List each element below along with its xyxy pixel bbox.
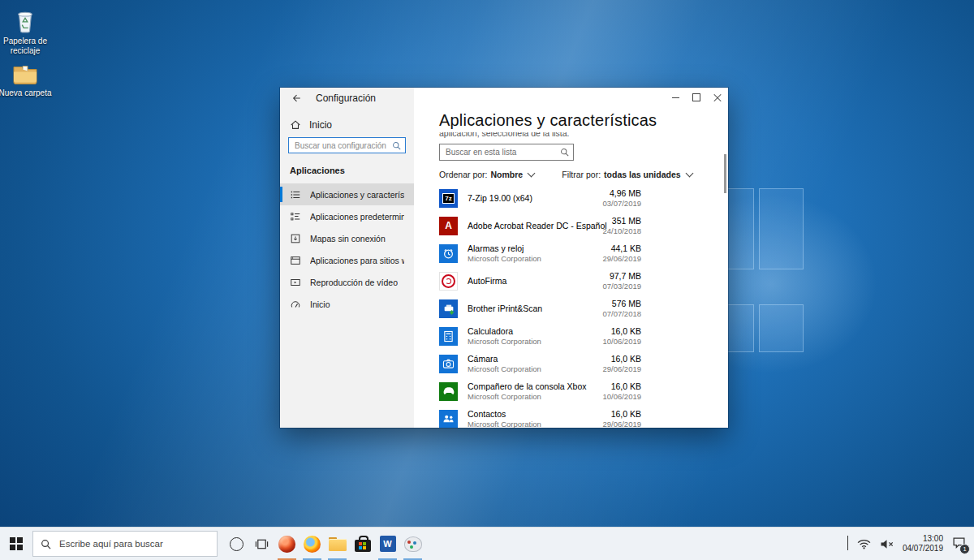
- sidebar-item-label: Aplicaciones predeterminadas: [310, 212, 404, 222]
- pinned-firefox-button[interactable]: [300, 528, 325, 560]
- task-view-icon: [255, 538, 269, 550]
- window-controls: [665, 88, 728, 107]
- scrollbar-thumb[interactable]: [724, 154, 726, 193]
- app-size: 351 MB: [602, 216, 641, 226]
- contacts-app-icon: [439, 410, 458, 429]
- app-name: Cámara: [468, 354, 541, 364]
- window-title: Configuración: [316, 93, 376, 104]
- app-row-calculator[interactable]: CalculadoraMicrosoft Corporation 16,0 KB…: [439, 322, 641, 350]
- desktop-icon-recycle-bin[interactable]: Papelera de reciclaje: [0, 5, 52, 56]
- sidebar-item-apps-features[interactable]: Aplicaciones y características: [280, 183, 414, 205]
- pinned-paint-button[interactable]: [400, 528, 425, 560]
- settings-search-box[interactable]: [288, 137, 406, 153]
- app-row-brother[interactable]: Brother iPrint&Scan 576 MB07/07/2018: [439, 295, 641, 322]
- app-install-date: 07/07/2018: [602, 309, 641, 318]
- apps-features-icon: [290, 189, 301, 200]
- sidebar-item-startup[interactable]: Inicio: [280, 293, 414, 315]
- offline-maps-icon: [290, 233, 301, 244]
- sidebar-home-label: Inicio: [309, 119, 332, 131]
- chevron-down-icon: [528, 170, 536, 178]
- firefox-icon: [304, 536, 321, 553]
- app-size: 44,1 KB: [602, 243, 641, 253]
- sidebar-item-home[interactable]: Inicio: [280, 117, 414, 133]
- taskbar-search-input[interactable]: [58, 538, 209, 549]
- app-row-7zip[interactable]: 7z 7-Zip 19.00 (x64) 4,96 MB03/07/2019: [439, 184, 641, 212]
- app-size: 97,7 MB: [602, 271, 641, 281]
- app-row-xbox[interactable]: Compañero de la consola XboxMicrosoft Co…: [439, 377, 641, 405]
- sidebar-item-web-apps[interactable]: Aplicaciones para sitios web: [280, 249, 414, 271]
- settings-sidebar: Configuración Inicio Aplicaciones Aplica…: [280, 88, 414, 428]
- app-row-camera[interactable]: CámaraMicrosoft Corporation 16,0 KB29/06…: [439, 350, 641, 377]
- taskbar-search-box[interactable]: [32, 531, 218, 557]
- app-row-acrobat[interactable]: A Adobe Acrobat Reader DC - Español 351 …: [439, 212, 641, 239]
- sort-dropdown[interactable]: Ordenar por:Nombre: [439, 170, 534, 179]
- sidebar-item-offline-maps[interactable]: Mapas sin conexión: [280, 227, 414, 249]
- xbox-console-companion-app-icon: [439, 382, 458, 401]
- desktop-icon-label: Nueva carpeta: [0, 88, 52, 98]
- maximize-icon: [692, 93, 700, 101]
- sidebar-item-label: Aplicaciones y características: [310, 190, 404, 200]
- wifi-icon[interactable]: [857, 539, 871, 549]
- home-icon: [290, 119, 301, 131]
- autofirma-app-icon: [439, 272, 458, 291]
- chevron-down-icon: [685, 170, 693, 178]
- 7zip-app-icon: 7z: [439, 189, 458, 208]
- start-button[interactable]: [0, 528, 32, 560]
- clock-date: 04/07/2019: [903, 544, 943, 554]
- file-explorer-icon: [329, 537, 347, 551]
- desktop-icon-nueva-carpeta[interactable]: Nueva carpeta: [0, 57, 52, 98]
- app-name: Adobe Acrobat Reader DC - Español: [468, 221, 593, 230]
- app-size: 16,0 KB: [602, 409, 641, 419]
- action-center-button[interactable]: 1: [952, 536, 966, 552]
- word-icon: W: [380, 536, 396, 552]
- cortana-button[interactable]: [224, 528, 249, 560]
- filter-dropdown[interactable]: Filtrar por:todas las unidades: [562, 170, 692, 179]
- clipped-description: aplicación, selecciónela de la lista.: [439, 132, 728, 139]
- app-row-autofirma[interactable]: AutoFirma 97,7 MB07/03/2019: [439, 267, 641, 295]
- minimize-button[interactable]: [665, 88, 686, 107]
- list-search-input[interactable]: [444, 147, 560, 157]
- pinned-red-media-app-button[interactable]: [274, 528, 300, 560]
- tray-overflow-button[interactable]: [847, 536, 848, 551]
- app-install-date: 10/06/2019: [602, 392, 641, 401]
- red-media-app-icon: [278, 536, 295, 553]
- search-icon: [41, 539, 51, 549]
- close-button[interactable]: [707, 88, 728, 107]
- app-row-contacts[interactable]: ContactosMicrosoft Corporation 16,0 KB29…: [439, 405, 641, 428]
- notification-badge: 1: [959, 544, 970, 554]
- sidebar-item-default-apps[interactable]: Aplicaciones predeterminadas: [280, 205, 414, 227]
- window-titlebar-left: Configuración: [280, 88, 414, 109]
- sidebar-item-label: Aplicaciones para sitios web: [310, 256, 404, 265]
- list-search-box[interactable]: [439, 144, 574, 161]
- system-tray: 13:00 04/07/2019 1: [847, 534, 974, 554]
- page-title: Aplicaciones y características: [439, 110, 728, 130]
- settings-window: Configuración Inicio Aplicaciones Aplica…: [280, 88, 728, 428]
- app-publisher: Microsoft Corporation: [468, 420, 541, 428]
- settings-search-input[interactable]: [293, 140, 392, 151]
- volume-muted-icon[interactable]: [880, 539, 894, 549]
- pinned-file-explorer-button[interactable]: [325, 528, 350, 560]
- app-install-date: 10/06/2019: [602, 337, 641, 346]
- sidebar-item-label: Inicio: [310, 299, 330, 309]
- sort-value: Nombre: [491, 170, 524, 179]
- task-view-button[interactable]: [249, 528, 274, 560]
- app-install-date: 29/06/2019: [602, 254, 641, 263]
- app-size: 576 MB: [602, 299, 641, 308]
- sidebar-item-label: Mapas sin conexión: [310, 234, 386, 243]
- app-name: Alarmas y reloj: [468, 243, 541, 253]
- desktop-wallpaper: Papelera de reciclaje Nueva carpeta Conf…: [0, 0, 974, 528]
- pinned-word-button[interactable]: W: [375, 528, 400, 560]
- wallpaper-window-pane: [759, 188, 804, 269]
- filter-label: Filtrar por:: [562, 170, 601, 179]
- taskbar-clock[interactable]: 13:00 04/07/2019: [903, 534, 943, 554]
- sort-filter-row: Ordenar por:Nombre Filtrar por:todas las…: [439, 170, 728, 179]
- back-button[interactable]: [290, 92, 303, 105]
- app-name: AutoFirma: [468, 276, 506, 286]
- app-install-date: 07/03/2019: [602, 282, 641, 291]
- sidebar-item-video-playback[interactable]: Reproducción de vídeo: [280, 271, 414, 293]
- maximize-button[interactable]: [686, 88, 707, 107]
- pinned-microsoft-store-button[interactable]: [350, 528, 375, 560]
- app-list: 7z 7-Zip 19.00 (x64) 4,96 MB03/07/2019 A…: [439, 184, 728, 428]
- app-row-alarms[interactable]: Alarmas y relojMicrosoft Corporation 44,…: [439, 239, 641, 267]
- web-apps-icon: [290, 255, 301, 266]
